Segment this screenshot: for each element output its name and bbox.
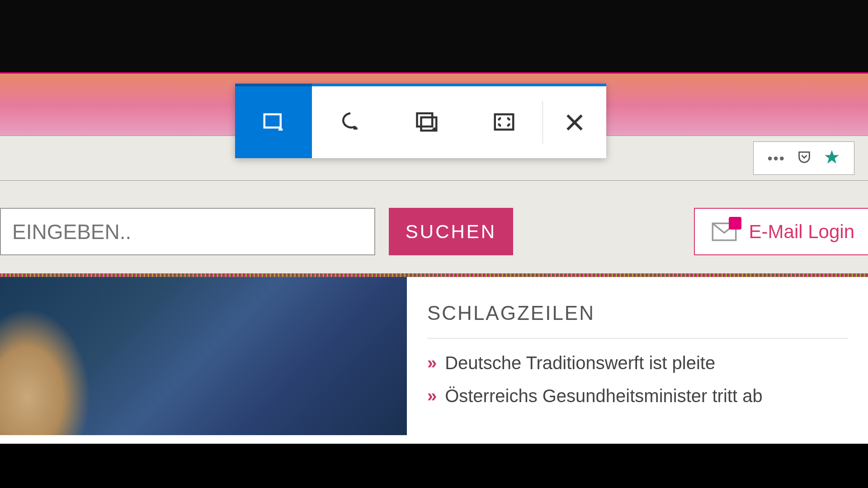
main-content: SCHLAGZEILEN » Deutsche Traditionswerft … <box>0 277 868 444</box>
divider-stripe <box>0 273 868 277</box>
headline-text: Deutsche Traditionswerft ist pleite <box>445 353 715 373</box>
headlines-panel: SCHLAGZEILEN » Deutsche Traditionswerft … <box>407 277 868 444</box>
window-snip-button[interactable] <box>389 86 466 158</box>
page-actions-icon[interactable]: ••• <box>767 150 785 167</box>
search-input[interactable] <box>0 208 375 255</box>
svg-rect-2 <box>417 113 433 126</box>
email-login-button[interactable]: E-Mail Login <box>694 208 868 255</box>
close-snip-button[interactable] <box>543 86 606 158</box>
article-hero-image[interactable] <box>0 277 407 435</box>
svg-rect-1 <box>264 114 281 127</box>
chevron-right-icon: » <box>427 353 437 373</box>
monitor-bezel <box>0 0 868 72</box>
headline-text: Österreichs Gesundheitsminister tritt ab <box>445 386 762 406</box>
screenshot-toolbar <box>235 84 606 158</box>
pocket-icon[interactable] <box>797 150 812 167</box>
headlines-title: SCHLAGZEILEN <box>427 302 848 338</box>
email-login-label: E-Mail Login <box>749 221 854 243</box>
svg-rect-4 <box>495 114 514 130</box>
headline-item[interactable]: » Deutsche Traditionswerft ist pleite <box>427 353 848 373</box>
rectangular-snip-button[interactable] <box>235 86 312 158</box>
search-section: SUCHEN E-Mail Login <box>0 181 868 273</box>
chevron-right-icon: » <box>427 386 437 406</box>
bookmark-star-icon[interactable] <box>823 149 840 168</box>
search-button[interactable]: SUCHEN <box>389 208 513 255</box>
notification-badge-icon <box>729 217 741 230</box>
fullscreen-snip-button[interactable] <box>466 86 542 158</box>
headline-item[interactable]: » Österreichs Gesundheitsminister tritt … <box>427 386 848 406</box>
envelope-icon <box>711 222 738 241</box>
freeform-snip-button[interactable] <box>312 86 389 158</box>
